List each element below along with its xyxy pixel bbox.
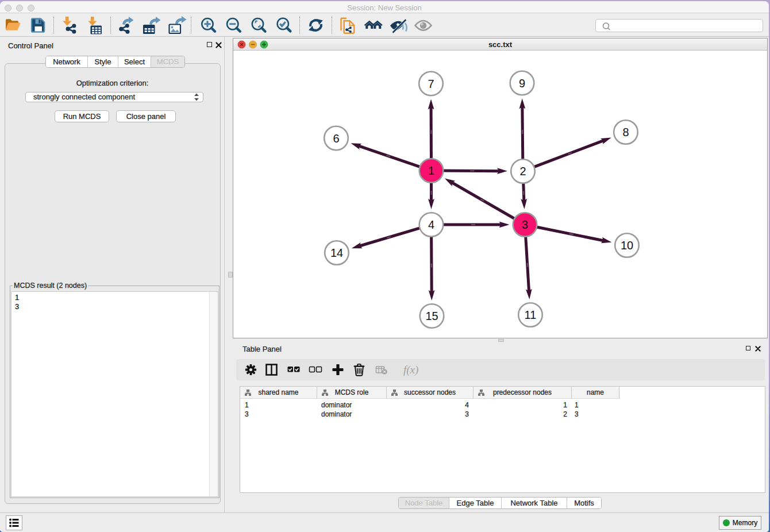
svg-text:4: 4 [428,218,434,231]
svg-text:10: 10 [621,239,633,252]
svg-text:15: 15 [425,310,438,322]
svg-text:14: 14 [330,246,343,259]
svg-text:2: 2 [519,165,526,178]
svg-text:1: 1 [428,164,434,177]
svg-text:7: 7 [428,78,434,90]
svg-text:3: 3 [522,218,528,231]
svg-text:9: 9 [519,77,525,90]
svg-text:11: 11 [525,309,537,321]
svg-text:f(x): f(x) [403,364,418,376]
svg-text:8: 8 [622,126,629,138]
svg-text:6: 6 [333,132,339,145]
